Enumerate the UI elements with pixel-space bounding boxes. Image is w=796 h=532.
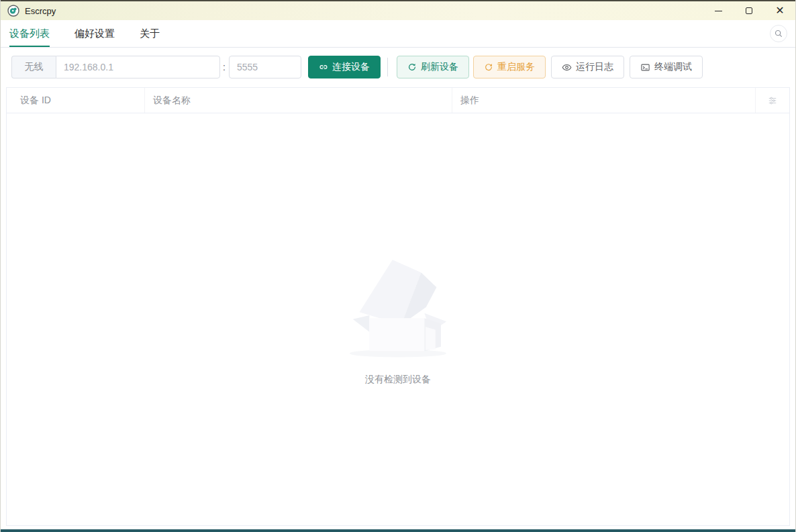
window-bottom-edge: [1, 529, 795, 532]
refresh-devices-button[interactable]: 刷新设备: [397, 56, 469, 78]
window-title: Escrcpy: [25, 6, 56, 16]
close-button[interactable]: ✕: [764, 1, 795, 20]
wireless-label: 无线: [11, 56, 56, 78]
title-bar: Escrcpy ✕: [1, 0, 795, 20]
close-icon: ✕: [775, 5, 784, 16]
restart-label: 重启服务: [497, 61, 535, 73]
window-controls: ✕: [703, 1, 795, 20]
sliders-icon: [768, 96, 777, 105]
eye-icon: [562, 62, 572, 72]
terminal-label: 终端调试: [654, 61, 692, 73]
device-table: 设备 ID 设备名称 操作: [6, 87, 790, 526]
column-actions: 操作: [452, 88, 756, 113]
column-device-id: 设备 ID: [7, 88, 145, 113]
maximize-button[interactable]: [734, 1, 764, 20]
tab-label: 设备列表: [9, 28, 50, 40]
table-header: 设备 ID 设备名称 操作: [7, 88, 789, 113]
terminal-debug-button[interactable]: 终端调试: [630, 56, 703, 78]
refresh-icon: [407, 62, 417, 72]
search-button[interactable]: [770, 25, 787, 42]
refresh-right-icon: [484, 62, 493, 72]
tab-bar: 设备列表 偏好设置 关于: [1, 20, 795, 48]
connection-toolbar: 无线 : 连接设备 刷新设备 重启服务: [1, 48, 795, 87]
search-icon: [774, 29, 783, 38]
app-logo-icon: [7, 5, 19, 17]
maximize-icon: [746, 7, 752, 14]
logs-label: 运行日志: [576, 61, 613, 73]
minimize-button[interactable]: [703, 1, 734, 20]
column-device-name: 设备名称: [145, 88, 452, 113]
table-body-empty-state: 没有检测到设备: [7, 114, 789, 525]
empty-state-text: 没有检测到设备: [365, 374, 431, 386]
tab-label: 关于: [140, 28, 160, 40]
port-input[interactable]: [229, 56, 301, 78]
wireless-address-group: 无线: [11, 56, 220, 78]
tab-preferences[interactable]: 偏好设置: [74, 20, 115, 47]
port-separator: :: [223, 62, 226, 72]
toolbar-divider: [387, 58, 388, 76]
table-settings-button[interactable]: [756, 88, 789, 113]
restart-service-button[interactable]: 重启服务: [473, 56, 546, 78]
tab-device-list[interactable]: 设备列表: [9, 20, 50, 47]
tab-about[interactable]: 关于: [140, 20, 160, 47]
link-icon: [319, 62, 328, 72]
refresh-label: 刷新设备: [421, 61, 458, 73]
terminal-icon: [640, 62, 650, 72]
connect-label: 连接设备: [332, 61, 370, 73]
empty-box-illustration: [343, 254, 453, 359]
minimize-icon: [715, 11, 722, 11]
connect-device-button[interactable]: 连接设备: [308, 56, 381, 78]
escrcpy-window: Escrcpy ✕ 设备列表 偏好设置 关于 无线 :: [0, 0, 796, 532]
run-logs-button[interactable]: 运行日志: [551, 56, 624, 78]
ip-address-input[interactable]: [56, 56, 220, 78]
tab-label: 偏好设置: [74, 28, 115, 40]
